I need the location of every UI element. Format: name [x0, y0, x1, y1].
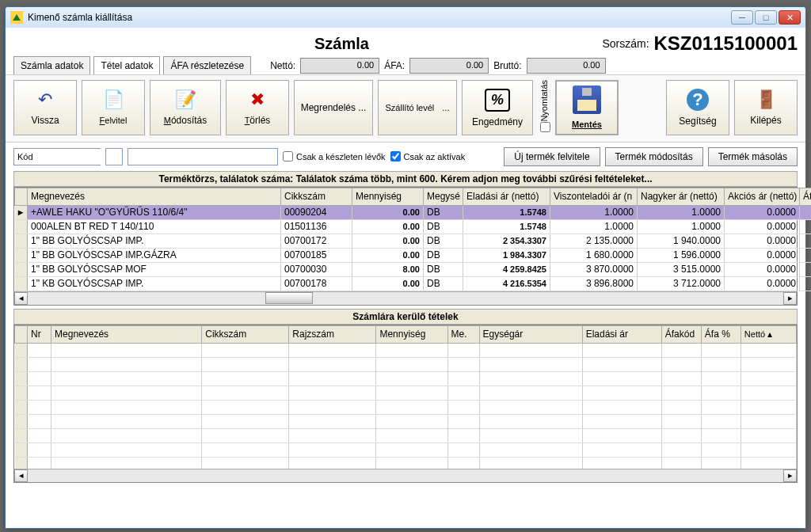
app-window: Kimenő számla kiállítása ─ □ ✕ Számla So…: [5, 6, 806, 529]
netto-value: 0.00: [300, 58, 379, 74]
afa-label: ÁFA:: [384, 60, 405, 71]
filter-row: ▾ Csak a készleten lévők Csak az aktívak…: [6, 142, 805, 171]
tab-tetel-adatok[interactable]: Tétel adatok: [93, 56, 160, 74]
scroll-right-icon[interactable]: ▸: [783, 469, 797, 482]
help-icon: ?: [687, 89, 709, 111]
titlebar[interactable]: Kimenő számla kiállítása ─ □ ✕: [6, 7, 805, 28]
sorszam-value: KSZ0115100001: [654, 32, 798, 55]
toolbar: ↶ Vissza 📄 Felvitel 📝 Módosítás ✖ Törlés…: [6, 74, 805, 142]
table-row[interactable]: ▸+AWLE HAKU "O"GYŰRŰS 110/6/4"000902040.…: [15, 205, 812, 219]
table-row[interactable]: [15, 400, 797, 414]
table-row[interactable]: 000ALEN BT RED T 140/110015011360.00DB1.…: [15, 219, 812, 234]
filter-smallbox[interactable]: [105, 148, 123, 165]
app-icon: [10, 11, 23, 24]
tab-szamla-adatok[interactable]: Számla adatok: [13, 56, 90, 74]
termek-modositas-button[interactable]: Termék módosítás: [605, 147, 703, 166]
kilepes-button[interactable]: 🚪 Kilépés: [734, 80, 798, 135]
sorszam-label: Sorszám:: [602, 37, 649, 50]
table-row[interactable]: 1" BB GOLYÓSCSAP IMP.007001720.00DB2 354…: [15, 234, 812, 248]
edit-document-icon: 📝: [175, 89, 196, 110]
grid-header[interactable]: Megnevezés Cikkszám Mennyiség Megysé Ela…: [15, 188, 812, 205]
table-row[interactable]: 1" BB GOLYÓSCSAP IMP.GÁZRA007001850.00DB…: [15, 248, 812, 262]
scroll-thumb[interactable]: [265, 292, 313, 304]
brutto-value: 0.00: [527, 58, 606, 74]
close-button[interactable]: ✕: [779, 10, 801, 25]
grid-hscrollbar[interactable]: ◂ ▸: [14, 291, 797, 305]
scroll-left-icon[interactable]: ◂: [14, 469, 28, 482]
undo-icon: ↶: [38, 89, 52, 110]
szallitolevel-button[interactable]: Szállító levél ...: [378, 80, 457, 135]
nyomtatas-checkbox[interactable]: [540, 122, 550, 132]
netto-label: Nettó:: [270, 60, 295, 71]
csak-aktivak-checkbox[interactable]: Csak az aktívak: [390, 151, 466, 162]
table-row[interactable]: [15, 357, 797, 371]
grid2-header[interactable]: Nr Megnevezés Cikkszám Rajzszám Mennyisé…: [15, 325, 797, 343]
nyomtatas-label: Nyomtatás: [538, 80, 550, 122]
table-row[interactable]: [15, 414, 797, 428]
percent-icon: %: [485, 89, 510, 112]
table-row[interactable]: [15, 343, 797, 357]
invoice-items-grid[interactable]: Nr Megnevezés Cikkszám Rajzszám Mennyisé…: [13, 325, 798, 483]
engedmeny-button[interactable]: % Engedmény: [462, 80, 533, 135]
back-button[interactable]: ↶ Vissza: [13, 80, 77, 135]
document-icon: 📄: [103, 89, 124, 110]
torles-button[interactable]: ✖ Törlés: [226, 80, 289, 135]
info-strip: Terméktörzs, találatok száma: Találatok …: [13, 171, 798, 187]
megrendeles-button[interactable]: Megrendelés ...: [294, 80, 373, 135]
modositas-button[interactable]: 📝 Módosítás: [150, 80, 221, 135]
table-row[interactable]: [15, 386, 797, 400]
grid2-hscrollbar[interactable]: ◂ ▸: [14, 469, 797, 482]
delete-icon: ✖: [250, 89, 265, 110]
tab-afa-reszletezese[interactable]: ÁFA részletezése: [163, 56, 251, 74]
invoice-items-title: Számlára kerülő tételek: [13, 309, 798, 325]
segitseg-button[interactable]: ? Segítség: [666, 80, 729, 135]
save-icon: [573, 86, 601, 114]
kod-combo[interactable]: ▾: [13, 148, 101, 165]
scroll-left-icon[interactable]: ◂: [14, 292, 28, 305]
brutto-label: Bruttó:: [493, 60, 521, 71]
termek-masolas-button[interactable]: Termék másolás: [708, 147, 798, 166]
maximize-button[interactable]: □: [755, 10, 777, 25]
table-row[interactable]: [15, 371, 797, 386]
uj-termek-button[interactable]: Új termék felvitele: [504, 147, 600, 166]
exit-icon: 🚪: [756, 89, 777, 110]
table-row[interactable]: 1" KB GOLYÓSCSAP IMP.007001780.00DB4 216…: [15, 276, 812, 291]
table-row[interactable]: [15, 443, 797, 457]
filter-text-input[interactable]: [128, 148, 278, 165]
scroll-right-icon[interactable]: ▸: [783, 292, 797, 305]
page-title: Számla: [314, 35, 369, 53]
csak-keszleten-checkbox[interactable]: Csak a készleten lévők: [283, 151, 386, 162]
table-row[interactable]: 1" BB GOLYÓSCSAP MOF007000308.00DB4 259.…: [15, 262, 812, 276]
product-grid[interactable]: Megnevezés Cikkszám Mennyiség Megysé Ela…: [13, 187, 798, 306]
felvitel-button[interactable]: 📄 Felvitel: [82, 80, 145, 135]
table-row[interactable]: [15, 428, 797, 443]
minimize-button[interactable]: ─: [731, 10, 753, 25]
afa-value: 0.00: [409, 58, 489, 74]
mentes-button[interactable]: Mentés: [555, 80, 619, 135]
window-title: Kimenő számla kiállítása: [28, 12, 731, 23]
